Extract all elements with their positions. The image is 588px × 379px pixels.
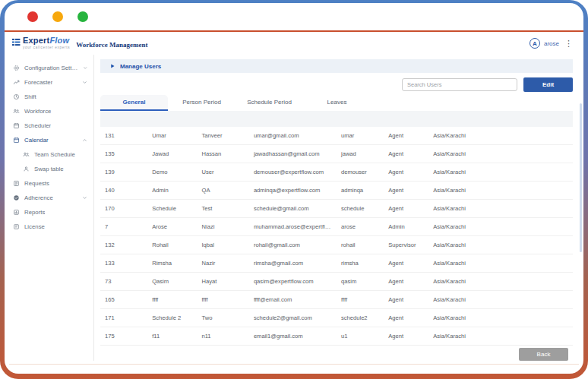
- sidebar-item-icon: [23, 166, 30, 172]
- sidebar-item[interactable]: Forecaster: [5, 75, 93, 90]
- tab[interactable]: Schedule Period: [236, 95, 303, 111]
- cell-email: ffff@email.com: [249, 291, 337, 309]
- sidebar-item-icon: [13, 93, 20, 100]
- sidebar-item-icon: [13, 137, 20, 144]
- cell-timezone: Asia/Karachi: [428, 291, 478, 309]
- table-row[interactable]: 73 Qasim Hayat qasim@expertflow.com qasi…: [100, 273, 573, 291]
- sidebar-item[interactable]: Team Schedule: [5, 147, 93, 162]
- table-row[interactable]: 170 Schedule Test schedule@gmail.com sch…: [100, 200, 573, 218]
- cell-first-name: Demo: [147, 163, 197, 182]
- tab[interactable]: Leaves: [303, 95, 371, 111]
- sidebar-item-label: Workforce: [24, 108, 51, 115]
- sidebar-item-label: Scheduler: [24, 122, 51, 129]
- expand-arrow-icon: [109, 63, 115, 69]
- cell-timezone: Asia/Karachi: [428, 127, 478, 145]
- sidebar-item[interactable]: Calendar: [5, 133, 93, 147]
- table-row[interactable]: 175 f11 n11 email1@gmail.com u1 Agent As…: [100, 327, 573, 346]
- sidebar-item[interactable]: Reports: [5, 205, 93, 220]
- cell-roles: Agent: [384, 145, 428, 163]
- app-window: ExpertFlow your callcenter experts Workf…: [5, 3, 583, 374]
- sidebar-item[interactable]: License: [5, 220, 93, 234]
- cell-note: [479, 145, 573, 163]
- sidebar-item[interactable]: Swap table: [5, 162, 93, 176]
- tab[interactable]: General: [100, 95, 168, 111]
- cell-username: schedule2: [337, 309, 384, 327]
- window-footer-divider: [9, 364, 579, 374]
- cell-timezone: Asia/Karachi: [428, 218, 478, 236]
- table-row[interactable]: 133 Rimsha Nazir rimsha@gmail.com rimsha…: [100, 254, 573, 273]
- user-avatar[interactable]: A: [530, 38, 540, 49]
- logo-tagline: your callcenter experts: [23, 46, 70, 50]
- cell-username: rohail: [337, 236, 384, 254]
- edit-button[interactable]: Edit: [523, 77, 573, 92]
- cell-timezone: Asia/Karachi: [428, 200, 478, 218]
- sidebar-item-label: Forecaster: [24, 79, 52, 86]
- username-label[interactable]: arose: [544, 40, 559, 47]
- table-row[interactable]: 131 Umar Tanveer umar@gmail.com umar Age…: [100, 127, 573, 145]
- table-row[interactable]: 165 ffff ffff ffff@email.com ffff Agent …: [100, 291, 573, 309]
- cell-id: 139: [100, 163, 147, 182]
- cell-id: 175: [100, 327, 147, 346]
- cell-last-name: ffff: [197, 291, 248, 309]
- cell-note: [479, 291, 573, 309]
- sidebar-item[interactable]: Workforce: [5, 104, 93, 118]
- manage-users-banner[interactable]: Manage Users: [100, 59, 573, 73]
- cell-timezone: Asia/Karachi: [428, 145, 478, 163]
- table-row[interactable]: 132 Rohail Iqbal rohail@gmail.com rohail…: [100, 236, 573, 254]
- cell-id: 133: [100, 254, 147, 273]
- cell-email: muhammad.arose@expertflow.com: [249, 218, 337, 236]
- cell-roles: Agent: [384, 200, 428, 218]
- sidebar-item[interactable]: Adherence: [5, 191, 93, 205]
- cell-timezone: Asia/Karachi: [428, 182, 478, 200]
- sidebar-item-icon: [13, 223, 20, 230]
- sidebar-item-label: Configuration Settings: [24, 65, 78, 71]
- table-scrollbar[interactable]: [580, 103, 582, 252]
- column-header: [384, 111, 428, 127]
- minimize-window-button[interactable]: [52, 11, 63, 22]
- table-row[interactable]: 135 Jawad Hassan jawadhassan@gmail.com j…: [100, 145, 573, 163]
- sidebar-item[interactable]: Requests: [5, 176, 93, 191]
- column-header: [479, 111, 573, 127]
- cell-id: 73: [100, 273, 147, 291]
- breadcrumb: Manage Users: [120, 63, 161, 70]
- search-input[interactable]: [402, 78, 517, 91]
- cell-email: umar@gmail.com: [249, 127, 337, 145]
- table-row[interactable]: 7 Arose Niazi muhammad.arose@expertflow.…: [100, 218, 573, 236]
- cell-id: 132: [100, 236, 147, 254]
- cell-last-name: Tanveer: [197, 127, 248, 145]
- cell-email: schedule@gmail.com: [249, 200, 337, 218]
- tab[interactable]: Person Period: [168, 95, 236, 111]
- cell-last-name: n11: [197, 327, 248, 346]
- cell-username: qasim: [337, 273, 384, 291]
- tab-label: General: [123, 99, 146, 106]
- cell-roles: Agent: [384, 163, 428, 182]
- kebab-menu-icon[interactable]: ⋮: [564, 39, 573, 48]
- cell-timezone: Asia/Karachi: [428, 163, 478, 182]
- cell-last-name: Niazi: [197, 218, 248, 236]
- cell-first-name: Schedule 2: [147, 309, 197, 327]
- table-row[interactable]: 140 Admin QA adminqa@expertflow.com admi…: [100, 182, 573, 200]
- main-content: Manage Users Edit General Person Period …: [94, 55, 583, 361]
- table-row[interactable]: 139 Demo User demouser@expertflow.com de…: [100, 163, 573, 182]
- sidebar-item-label: Reports: [24, 209, 45, 216]
- sidebar-item-label: License: [24, 223, 45, 230]
- sidebar-item[interactable]: Shift: [5, 90, 93, 104]
- cell-email: schedule2@gmail.com: [249, 309, 337, 327]
- column-header: [147, 111, 197, 127]
- sidebar-item-icon: [13, 65, 20, 71]
- sidebar-item[interactable]: Configuration Settings: [5, 61, 93, 75]
- cell-first-name: Qasim: [147, 273, 197, 291]
- maximize-window-button[interactable]: [77, 11, 88, 22]
- cell-email: email1@gmail.com: [249, 327, 337, 346]
- table-row[interactable]: 171 Schedule 2 Two schedule2@gmail.com s…: [100, 309, 573, 327]
- close-window-button[interactable]: [27, 11, 38, 22]
- cell-first-name: Admin: [147, 182, 197, 200]
- column-header: [197, 111, 248, 127]
- back-button[interactable]: Back: [519, 348, 568, 361]
- cell-roles: Agent: [384, 327, 428, 346]
- cell-email: jawadhassan@gmail.com: [249, 145, 337, 163]
- cell-timezone: Asia/Karachi: [428, 327, 478, 346]
- sidebar-item-label: Team Schedule: [34, 151, 75, 158]
- sidebar-item[interactable]: Scheduler: [5, 118, 93, 133]
- cell-roles: Agent: [384, 182, 428, 200]
